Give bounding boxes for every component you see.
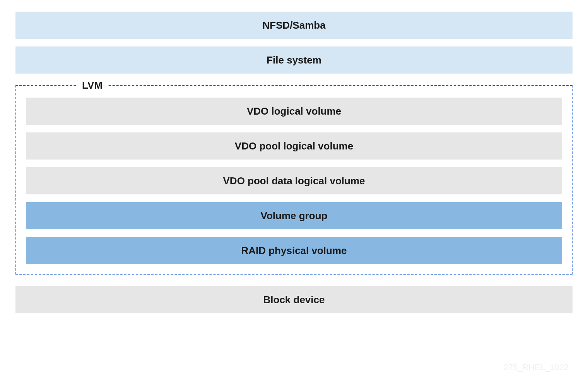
layer-vdo-pool-logical-label: VDO pool logical volume — [235, 140, 353, 152]
lvm-container: LVM VDO logical volume VDO pool logical … — [15, 85, 573, 275]
lvm-label: LVM — [76, 79, 108, 91]
watermark: 275_RHEL_1022 — [503, 362, 569, 373]
layer-file-system: File system — [15, 46, 573, 74]
layer-vdo-pool-data: VDO pool data logical volume — [26, 167, 562, 194]
layer-vdo-logical: VDO logical volume — [26, 98, 562, 125]
layer-block-device-label: Block device — [263, 294, 325, 306]
layer-nfsd-samba: NFSD/Samba — [15, 12, 573, 39]
layer-vdo-pool-logical: VDO pool logical volume — [26, 132, 562, 160]
layer-volume-group-label: Volume group — [261, 210, 328, 222]
layer-vdo-pool-data-label: VDO pool data logical volume — [223, 175, 365, 187]
layer-volume-group: Volume group — [26, 202, 562, 229]
layer-nfsd-samba-label: NFSD/Samba — [262, 19, 325, 31]
layer-block-device: Block device — [15, 286, 573, 313]
layer-vdo-logical-label: VDO logical volume — [247, 105, 341, 117]
layer-file-system-label: File system — [267, 54, 321, 66]
layer-raid-physical-label: RAID physical volume — [241, 245, 347, 257]
layer-raid-physical: RAID physical volume — [26, 237, 562, 264]
